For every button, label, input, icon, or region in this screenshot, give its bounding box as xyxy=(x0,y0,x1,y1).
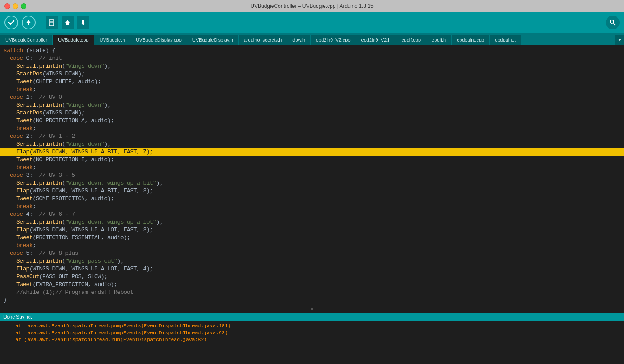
code-line: switch (state) { xyxy=(0,47,624,55)
upload-icon xyxy=(25,19,32,26)
code-line: break; xyxy=(0,125,624,133)
toolbar xyxy=(0,12,624,33)
svg-point-9 xyxy=(610,20,614,23)
code-line: case 4: // UV 6 - 7 xyxy=(0,211,624,218)
code-line: Serial.println("Wings down, wings up a b… xyxy=(0,179,624,187)
tab-epdpain[interactable]: epdpain... xyxy=(490,35,521,45)
code-line: //while (1);// Program ends!! Reboot xyxy=(0,289,624,296)
code-line: Flap(WINGS_DOWN, WINGS_UP_A_BIT, FAST, 3… xyxy=(0,187,624,195)
tab-epdpaint-cpp[interactable]: epdpaint.cpp xyxy=(452,35,490,45)
code-line: Serial.println("Wings pass out"); xyxy=(0,257,624,265)
tab-uvbudgiedisplay-cpp[interactable]: UVBudgieDisplay.cpp xyxy=(130,35,187,45)
code-line: Tweet(NO_PROTECTION_A, audio); xyxy=(0,117,624,125)
code-line: Tweet(PROTECTION_ESSENTIAL, audio); xyxy=(0,234,624,242)
code-line: case 0: // init xyxy=(0,55,624,62)
new-button[interactable] xyxy=(46,16,58,29)
code-line: case 2: // UV 1 - 2 xyxy=(0,133,624,140)
upload-button[interactable] xyxy=(22,16,36,29)
console-line: at java.awt.EventDispatchThread.pumpEven… xyxy=(3,322,621,329)
open-icon xyxy=(64,19,72,26)
close-button[interactable] xyxy=(4,3,10,9)
code-line: case 1: // UV 0 xyxy=(0,94,624,101)
console-line: at java.awt.EventDispatchThread.run(Even… xyxy=(3,336,621,343)
search-icon xyxy=(609,19,616,26)
status-message: Done Saving. xyxy=(3,314,32,319)
verify-button[interactable] xyxy=(4,16,18,29)
code-line: break; xyxy=(0,203,624,211)
svg-rect-1 xyxy=(28,23,29,25)
highlighted-code-line: Flap(WINGS_DOWN, WINGS_UP_A_BIT, FAST, Z… xyxy=(0,148,624,156)
maximize-button[interactable] xyxy=(21,3,26,9)
tab-uvbudgie-cpp[interactable]: UVBudgie.cpp xyxy=(53,35,94,45)
tabs-bar: UVBudgieController UVBudgie.cpp UVBudgie… xyxy=(0,33,624,45)
scroll-dot xyxy=(311,308,313,310)
open-button[interactable] xyxy=(62,16,74,29)
window-controls xyxy=(4,3,26,9)
code-line: break; xyxy=(0,86,624,94)
code-line: StartPos(WINGS_DOWN); xyxy=(0,70,624,78)
code-line: PassOut(PASS_OUT_POS, SLOW); xyxy=(0,273,624,281)
search-button[interactable] xyxy=(606,16,620,29)
code-line: StartPos(WINGS_DOWN); xyxy=(0,109,624,117)
svg-line-10 xyxy=(614,23,616,26)
code-line: break; xyxy=(0,242,624,250)
tab-arduino-secrets[interactable]: arduino_secrets.h xyxy=(239,35,287,45)
svg-rect-6 xyxy=(66,23,69,25)
tab-uvbudgiecontroller[interactable]: UVBudgieController xyxy=(0,35,53,45)
svg-marker-0 xyxy=(26,20,31,23)
tab-uvbudgiedisplay-h[interactable]: UVBudgieDisplay.h xyxy=(187,35,239,45)
code-line: Tweet(NO_PROTECTION_B, audio); xyxy=(0,156,624,164)
code-line: } xyxy=(0,296,624,304)
code-line: Tweet(EXTRA_PROTECTION, audio); xyxy=(0,281,624,289)
code-line: break; xyxy=(0,164,624,172)
code-editor[interactable]: switch (state) { case 0: // init Serial.… xyxy=(0,45,624,305)
code-line: Flap(WINGS_DOWN, WINGS_UP_A_LOT, FAST, 4… xyxy=(0,265,624,273)
tabs-overflow-button[interactable]: ▼ xyxy=(615,35,624,45)
code-line: Flap(WINGS_DOWN, WINGS_UP_A_LOT, FAST, 3… xyxy=(0,226,624,234)
titlebar: UVBudgieController – UVBudgie.cpp | Ardu… xyxy=(0,0,624,12)
svg-marker-5 xyxy=(65,20,70,23)
tab-uvbudgie-h[interactable]: UVBudgie.h xyxy=(94,35,131,45)
tab-dow-h[interactable]: dow.h xyxy=(287,35,311,45)
save-icon xyxy=(79,19,87,26)
console-line: at java.awt.EventDispatchThread.pumpEven… xyxy=(3,329,621,336)
window-title: UVBudgieController – UVBudgie.cpp | Ardu… xyxy=(250,3,373,9)
svg-marker-7 xyxy=(81,23,85,25)
code-line: Tweet(CHEEP_CHEEP, audio); xyxy=(0,78,624,86)
tab-epd2in9-v2-cpp[interactable]: epd2in9_V2.cpp xyxy=(311,35,356,45)
code-line: case 5: // UV 8 plus xyxy=(0,250,624,257)
new-icon xyxy=(48,19,56,26)
verify-icon xyxy=(8,19,15,26)
statusbar: Done Saving. xyxy=(0,313,624,321)
code-line: Serial.println("Wings down, wings up a l… xyxy=(0,218,624,226)
code-line: Tweet(SOME_PROTECTION, audio); xyxy=(0,195,624,203)
tab-epdif-h[interactable]: epdif.h xyxy=(426,35,452,45)
code-line: Serial.println("Wings down"); xyxy=(0,101,624,109)
tab-epdif-cpp[interactable]: epdif.cpp xyxy=(396,35,426,45)
code-line: Serial.println("Wings down"); xyxy=(0,62,624,70)
code-line: return state; xyxy=(0,304,624,305)
save-button[interactable] xyxy=(77,16,89,29)
tab-epd2in9-v2-h[interactable]: epd2in9_V2.h xyxy=(356,35,396,45)
console-panel[interactable]: at java.awt.EventDispatchThread.pumpEven… xyxy=(0,321,624,364)
minimize-button[interactable] xyxy=(13,3,18,9)
code-line: Serial.println("Wings down"); xyxy=(0,140,624,148)
code-line: case 3: // UV 3 - 5 xyxy=(0,172,624,179)
scroll-indicator xyxy=(0,305,624,313)
svg-rect-8 xyxy=(82,20,84,23)
